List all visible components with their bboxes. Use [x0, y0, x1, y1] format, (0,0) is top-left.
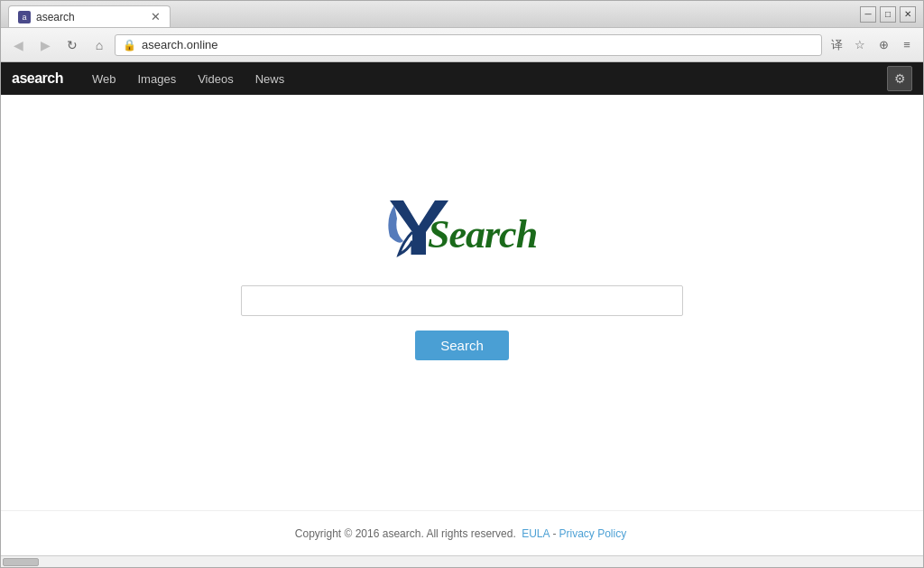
svg-text:Search: Search [428, 212, 537, 256]
main-content: Search Search [1, 95, 923, 510]
logo-container: Search [363, 191, 561, 264]
bookmark-button[interactable]: ☆ [849, 34, 871, 56]
eula-link[interactable]: EULA [522, 527, 550, 540]
browser-tab[interactable]: a asearch ✕ [8, 5, 171, 27]
scrollbar-track [1, 555, 923, 567]
search-input[interactable] [241, 285, 683, 316]
nav-item-images[interactable]: Images [127, 62, 188, 95]
title-bar: a asearch ✕ ─ □ ✕ [1, 1, 923, 28]
copyright-text: Copyright © 2016 asearch. All rights res… [295, 527, 516, 540]
app-navigation: asearch Web Images Videos News ⚙ [1, 62, 923, 95]
privacy-policy-link[interactable]: Privacy Policy [559, 527, 626, 540]
tab-title: asearch [36, 11, 143, 23]
search-button[interactable]: Search [415, 331, 509, 360]
nav-item-videos[interactable]: Videos [187, 62, 245, 95]
nav-item-web[interactable]: Web [81, 62, 127, 95]
search-input-container [241, 285, 683, 316]
forward-button[interactable]: ▶ [33, 33, 57, 57]
tab-bar: a asearch ✕ [8, 1, 853, 27]
back-button[interactable]: ◀ [6, 33, 30, 57]
minimize-button[interactable]: ─ [860, 6, 876, 23]
scrollbar-thumb[interactable] [3, 558, 39, 566]
maximize-button[interactable]: □ [880, 6, 896, 23]
footer-separator: - [552, 527, 556, 540]
cast-button[interactable]: ⊕ [873, 34, 894, 56]
site-logo: Search [363, 191, 561, 264]
address-icon: 🔒 [123, 39, 136, 51]
nav-right-buttons: 译 ☆ ⊕ ≡ [826, 34, 918, 56]
address-text: asearch.online [142, 38, 814, 51]
nav-item-news[interactable]: News [245, 62, 296, 95]
navigation-bar: ◀ ▶ ↻ ⌂ 🔒 asearch.online 译 ☆ ⊕ ≡ [1, 28, 923, 62]
browser-window: a asearch ✕ ─ □ ✕ ◀ ▶ ↻ ⌂ 🔒 asearch.onli… [0, 0, 924, 568]
menu-button[interactable]: ≡ [896, 34, 918, 56]
footer: Copyright © 2016 asearch. All rights res… [1, 510, 923, 555]
window-controls: ─ □ ✕ [860, 6, 916, 23]
app-nav-items: Web Images Videos News [81, 62, 887, 95]
tab-favicon: a [18, 11, 31, 23]
app-logo: asearch [12, 70, 63, 87]
address-bar[interactable]: 🔒 asearch.online [115, 34, 822, 56]
translate-button[interactable]: 译 [826, 34, 847, 56]
settings-gear-button[interactable]: ⚙ [887, 66, 912, 91]
close-button[interactable]: ✕ [900, 6, 916, 23]
home-button[interactable]: ⌂ [88, 33, 111, 57]
reload-button[interactable]: ↻ [60, 33, 84, 57]
tab-close-button[interactable]: ✕ [151, 10, 161, 23]
